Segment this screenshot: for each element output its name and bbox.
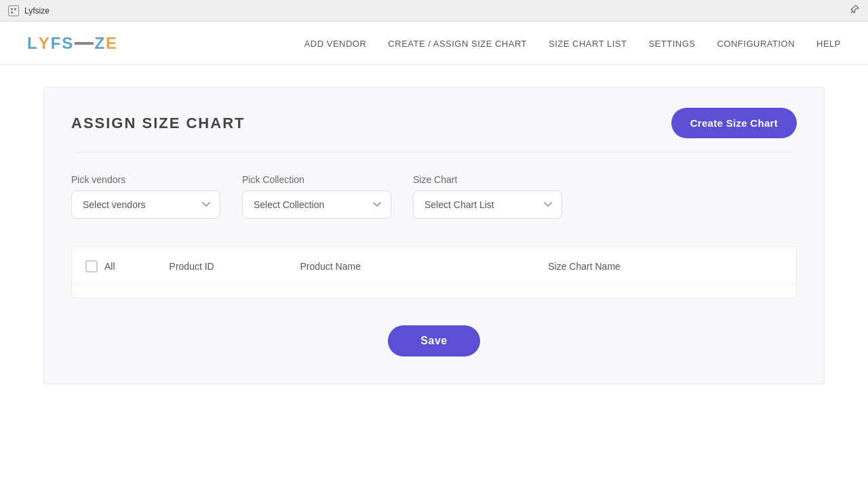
logo-e: E	[106, 34, 118, 53]
page-header: ASSIGN SIZE CHART Create Size Chart	[71, 108, 797, 152]
main-wrapper: L Y F S Z E ADD VENDOR CREATE / ASSIGN S…	[0, 22, 868, 488]
logo-f: F	[51, 34, 62, 53]
vendors-form-group: Pick vendors Select vendors	[71, 174, 220, 219]
nav-link-size-chart-list[interactable]: SIZE CHART LIST	[549, 39, 627, 49]
col-size-chart-name-header: Size Chart Name	[548, 261, 783, 272]
collection-select[interactable]: Select Collection	[242, 190, 391, 219]
nav-link-add-vendor[interactable]: ADD VENDOR	[304, 39, 367, 49]
logo-s: S	[62, 34, 74, 53]
col-product-name-header: Product Name	[300, 261, 534, 272]
select-all-checkbox[interactable]	[85, 260, 98, 272]
title-bar: Lyfsize	[0, 0, 868, 22]
pin-icon[interactable]	[849, 4, 860, 17]
nav-item-create-assign[interactable]: CREATE / ASSIGN SIZE CHART	[388, 37, 527, 49]
collection-label: Pick Collection	[242, 174, 391, 185]
select-all-wrapper: All	[85, 260, 115, 272]
save-area: Save	[71, 325, 797, 357]
svg-line-3	[851, 11, 853, 13]
nav-item-configuration[interactable]: CONFIGURATION	[717, 37, 795, 49]
nav-item-add-vendor[interactable]: ADD VENDOR	[304, 37, 367, 49]
nav-item-help[interactable]: HELP	[816, 37, 841, 49]
nav-link-help[interactable]: HELP	[816, 39, 841, 49]
product-table: All Product ID Product Name Size Chart N…	[71, 246, 797, 298]
col-product-id-header: Product ID	[170, 261, 287, 272]
logo-y: Y	[39, 34, 51, 53]
app-title: Lyfsize	[24, 6, 50, 16]
app-icon	[8, 5, 19, 16]
content-box: ASSIGN SIZE CHART Create Size Chart Pick…	[43, 87, 825, 384]
create-size-chart-button[interactable]: Create Size Chart	[671, 108, 797, 138]
form-row: Pick vendors Select vendors Pick Collect…	[71, 174, 797, 219]
nav-links: ADD VENDOR CREATE / ASSIGN SIZE CHART SI…	[304, 37, 841, 49]
size-chart-select[interactable]: Select Chart List	[413, 190, 562, 219]
svg-rect-1	[14, 8, 16, 10]
size-chart-label: Size Chart	[413, 174, 562, 185]
col-all-label: All	[104, 261, 115, 272]
logo-l: L	[27, 34, 39, 53]
table-header: All Product ID Product Name Size Chart N…	[72, 260, 796, 284]
nav-link-configuration[interactable]: CONFIGURATION	[717, 39, 795, 49]
save-button[interactable]: Save	[388, 325, 479, 357]
title-bar-left: Lyfsize	[8, 5, 50, 16]
logo-dash	[75, 42, 94, 45]
vendors-select[interactable]: Select vendors	[71, 190, 220, 219]
size-chart-form-group: Size Chart Select Chart List	[413, 174, 562, 219]
nav-item-settings[interactable]: SETTINGS	[648, 37, 695, 49]
page-title: ASSIGN SIZE CHART	[71, 115, 245, 132]
vendors-label: Pick vendors	[71, 174, 220, 185]
logo: L Y F S Z E	[27, 34, 118, 53]
nav-link-settings[interactable]: SETTINGS	[648, 39, 695, 49]
svg-rect-2	[11, 12, 13, 14]
logo-z: Z	[94, 34, 106, 53]
page-content: ASSIGN SIZE CHART Create Size Chart Pick…	[0, 65, 868, 406]
collection-form-group: Pick Collection Select Collection	[242, 174, 391, 219]
nav-item-size-chart-list[interactable]: SIZE CHART LIST	[549, 37, 627, 49]
svg-rect-0	[11, 8, 13, 10]
nav-link-create-assign[interactable]: CREATE / ASSIGN SIZE CHART	[388, 39, 527, 49]
navbar: L Y F S Z E ADD VENDOR CREATE / ASSIGN S…	[0, 22, 868, 65]
